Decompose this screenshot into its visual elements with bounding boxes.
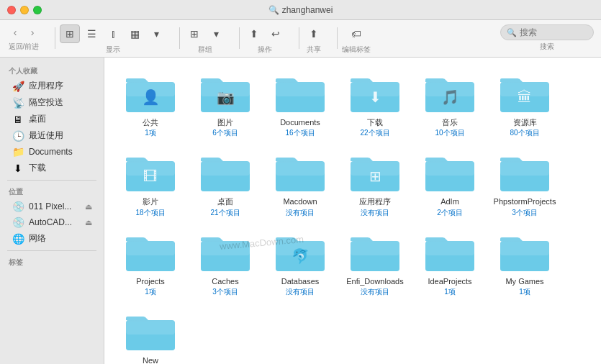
- folder-count-music: 10个项目: [435, 128, 464, 138]
- sidebar-item-desktop[interactable]: 🖥 桌面: [3, 111, 101, 127]
- sidebar-item-apps-label: 应用程序: [29, 80, 63, 92]
- sidebar-item-disk1[interactable]: 💿 011 Pixel... ⏏: [3, 199, 101, 214]
- folder-count-caches: 3个项目: [212, 287, 238, 297]
- group-options-button[interactable]: ▾: [206, 24, 226, 43]
- toolbar-sep-3: [239, 27, 240, 49]
- sidebar-item-downloads-label: 下载: [29, 162, 46, 174]
- svg-rect-37: [201, 163, 250, 176]
- folder-item-documents[interactable]: Documents 16个项目: [266, 69, 335, 142]
- folder-item-downloads[interactable]: ⬇ 下载 22个项目: [340, 69, 410, 142]
- folder-name-public: 公共: [143, 117, 158, 127]
- nav-group: ‹ › 返回/前进: [7, 24, 40, 52]
- svg-rect-13: [276, 83, 325, 96]
- folder-item-movies[interactable]: 🎞 影片 18个项目: [116, 148, 185, 222]
- sidebar-item-disk2[interactable]: 💿 AutoCAD... ⏏: [3, 214, 101, 230]
- folder-item-adlm[interactable]: AdIm 2个项目: [415, 148, 484, 222]
- search-box: 🔍 搜索: [500, 24, 594, 52]
- folder-item-enfi[interactable]: Enfi_Downloads 没有项目: [340, 228, 410, 301]
- action-button[interactable]: ↩: [266, 24, 286, 43]
- eject-disk2-button[interactable]: ⏏: [85, 218, 92, 227]
- sidebar-item-documents[interactable]: 📁 Documents: [3, 144, 101, 160]
- folder-icon-caches: [199, 232, 251, 274]
- folder-icon-macdown: [274, 153, 326, 194]
- svg-rect-41: [276, 163, 325, 176]
- back-button[interactable]: ‹: [7, 24, 23, 40]
- search-label: 搜索: [540, 42, 554, 52]
- folder-icon-mygames: [499, 232, 551, 274]
- folder-name-movies: 影片: [143, 196, 158, 206]
- folder-icon-pictures: 📷: [199, 73, 251, 115]
- folder-item-new[interactable]: New: [116, 307, 185, 364]
- folder-name-idea: IdeaProjects: [428, 276, 471, 286]
- folder-item-public[interactable]: 👤 公共 1项: [116, 69, 185, 142]
- folder-count-enfi: 没有项目: [361, 287, 389, 297]
- group-button[interactable]: ⊞: [184, 24, 204, 43]
- folder-count-documents: 16个项目: [285, 128, 315, 138]
- eject-disk1-button[interactable]: ⏏: [85, 202, 92, 211]
- column-view-button[interactable]: ⫿: [103, 24, 123, 43]
- disk2-icon: 💿: [12, 217, 24, 228]
- folder-icon-downloads: ⬇: [349, 73, 401, 115]
- svg-text:🏛: 🏛: [518, 89, 532, 105]
- folder-name-desktop2: 桌面: [217, 196, 233, 206]
- sidebar-item-downloads[interactable]: ⬇ 下载: [3, 160, 101, 176]
- folder-count-projects: 1项: [145, 287, 156, 297]
- folder-item-music[interactable]: 🎵 音乐 10个项目: [415, 69, 484, 142]
- window-title: 🔍 zhanghanwei: [268, 5, 333, 15]
- svg-text:🐬: 🐬: [292, 247, 309, 265]
- close-button[interactable]: [7, 6, 16, 14]
- file-grid: 👤 公共 1项 📷 图片 6个项目: [104, 58, 601, 364]
- folder-count-downloads: 22个项目: [360, 128, 389, 138]
- upload-button[interactable]: ⬆: [304, 24, 324, 43]
- folder-name-enfi: Enfi_Downloads: [346, 276, 404, 286]
- sidebar-divider-2: [7, 250, 96, 251]
- folder-name-databases: Databases: [281, 276, 320, 286]
- list-view-button[interactable]: ☰: [81, 24, 101, 43]
- sidebar-section-favorites: 个人收藏: [0, 63, 104, 78]
- gallery-view-button[interactable]: ▦: [125, 24, 145, 43]
- sidebar-item-airdrop[interactable]: 📡 隔空投送: [3, 94, 101, 111]
- forward-button[interactable]: ›: [24, 24, 40, 40]
- maximize-button[interactable]: [33, 6, 42, 14]
- sidebar-divider-1: [7, 180, 96, 181]
- share-button[interactable]: ⬆: [244, 24, 264, 43]
- svg-rect-62: [201, 242, 250, 255]
- folder-name-documents: Documents: [280, 117, 320, 127]
- svg-text:👤: 👤: [142, 88, 160, 106]
- icon-view-button[interactable]: ⊞: [60, 24, 80, 43]
- folder-count-library: 80个项目: [510, 128, 539, 138]
- svg-rect-54: [500, 163, 549, 176]
- sidebar-item-recent[interactable]: 🕒 最近使用: [3, 127, 101, 144]
- toolbar-sep-5: [337, 27, 338, 49]
- folder-item-applications[interactable]: ⊞ 应用程序 没有项目: [340, 148, 410, 222]
- sidebar-section-tags: 标签: [0, 255, 104, 269]
- folder-item-idea[interactable]: IdeaProjects 1项: [415, 228, 484, 301]
- sidebar: 个人收藏 🚀 应用程序 📡 隔空投送 🖥 桌面 🕒 最近使用 📁 Documen…: [0, 58, 104, 364]
- finder-icon: 🔍: [268, 5, 279, 15]
- sidebar-item-desktop-label: 桌面: [29, 113, 46, 125]
- tag-button[interactable]: 🏷: [346, 24, 366, 43]
- folder-item-mygames[interactable]: My Games 1项: [490, 228, 559, 301]
- folder-item-macdown[interactable]: Macdown 没有项目: [266, 148, 335, 222]
- search-input[interactable]: [520, 27, 587, 37]
- svg-text:🎵: 🎵: [441, 88, 459, 106]
- folder-icon-music: 🎵: [424, 73, 476, 115]
- action-group: ⬆ ↩ 操作: [244, 24, 286, 55]
- folder-item-phpstorm[interactable]: PhpstormProjects 3个项目: [490, 148, 559, 222]
- recent-icon: 🕒: [12, 130, 24, 142]
- folder-count-macdown: 没有项目: [286, 208, 315, 218]
- folder-item-pictures[interactable]: 📷 图片 6个项目: [191, 69, 260, 142]
- folder-item-databases[interactable]: 🐬 Databases 没有项目: [266, 228, 335, 301]
- folder-item-projects[interactable]: Projects 1项: [116, 228, 185, 301]
- svg-rect-71: [351, 242, 399, 255]
- svg-rect-50: [425, 163, 474, 176]
- folder-icon-desktop2: [199, 153, 251, 194]
- minimize-button[interactable]: [20, 6, 29, 14]
- sidebar-item-apps[interactable]: 🚀 应用程序: [3, 78, 101, 94]
- view-options-button[interactable]: ▾: [146, 24, 166, 43]
- nav-label: 返回/前进: [9, 42, 40, 52]
- sidebar-item-network[interactable]: 🌐 网络: [3, 230, 101, 247]
- folder-item-caches[interactable]: Caches 3个项目: [191, 228, 260, 301]
- folder-item-desktop2[interactable]: 桌面 21个项目: [191, 148, 260, 222]
- folder-item-library[interactable]: 🏛 资源库 80个项目: [490, 69, 559, 142]
